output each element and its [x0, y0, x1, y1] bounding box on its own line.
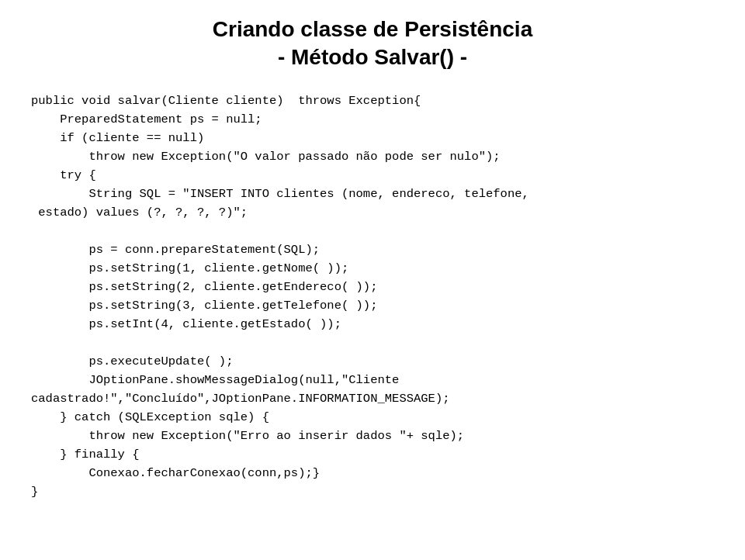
page-title: Criando classe de Persistência - Método … [23, 16, 722, 72]
code-block: public void salvar(Cliente cliente) thro… [23, 92, 722, 501]
